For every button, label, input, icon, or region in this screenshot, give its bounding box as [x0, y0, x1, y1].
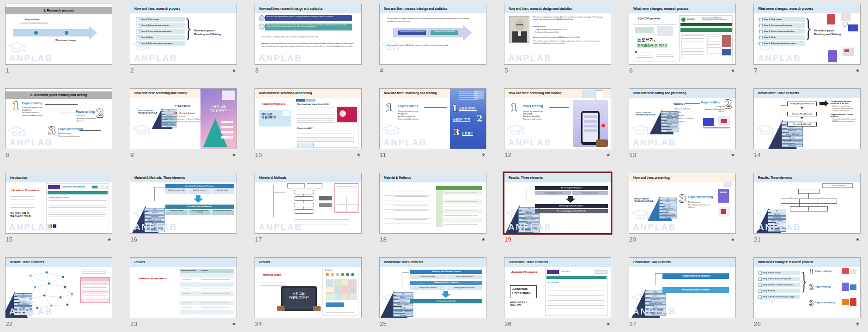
outline-number-graphic: 2: [477, 115, 483, 123]
structure-row: Results: [661, 123, 679, 126]
anplab-watermark: ANPLAB: [259, 53, 302, 63]
slide-thumbnail-22[interactable]: Results: Three elementsTitleAbstractIntr…: [5, 257, 112, 318]
link-box: [297, 143, 314, 147]
slide-thumbnail-5[interactable]: Now and then: research design and statis…: [504, 4, 611, 65]
slide-number: 25: [380, 320, 387, 327]
slide-thumbnail-28[interactable]: What never changes: research processStep…: [753, 257, 861, 318]
slide-thumbnail-17[interactable]: Material & MethodsANPLAB: [255, 173, 362, 234]
slide-thumbnail-10[interactable]: Now and then: searching and reading· Aca…: [255, 88, 362, 149]
tool-list: Mind the graph Poster presentations.com: [58, 132, 80, 137]
slide-thumbnail-23[interactable]: Results· Statistical abbreviationsStatis…: [130, 257, 237, 318]
slide-thumbnail-27[interactable]: Conclusion: Two elementsTitleAbstractInt…: [629, 257, 736, 318]
red-dot: [601, 124, 605, 127]
text-line-placeholder: [182, 312, 191, 312]
slide-number: 16: [130, 236, 137, 243]
slide-number-row: 11★: [379, 151, 486, 159]
image-detail: [721, 119, 727, 123]
step-icon: [759, 272, 762, 275]
slide-number: 27: [629, 320, 636, 327]
step-icon: [759, 36, 763, 39]
slide-number: 5: [504, 67, 508, 74]
conclusion-bar-outcomes: Restating research outcomes: [662, 273, 729, 279]
hand-graphic: [277, 306, 285, 311]
slide-thumbnail-9[interactable]: Now and then: searching and readingTitle…: [130, 88, 237, 149]
slide-thumbnail-11[interactable]: Now and then: searching and reading1Pape…: [379, 88, 486, 149]
slide-number: 9: [130, 151, 134, 158]
slide-thumbnail-26[interactable]: Discussion: Three elements· Academic Phr…: [504, 257, 611, 318]
awl-label: · Academic Words List: [261, 103, 285, 105]
slide-thumbnail-7[interactable]: What never changes: research processStep…: [753, 4, 861, 65]
slide-cell: Introduction: Three elementsTitleAbstrac…: [753, 88, 862, 162]
tree-root-box: [798, 189, 819, 194]
slide-thumbnail-19[interactable]: Results: Three elementsTitleAbstractIntr…: [504, 173, 611, 234]
text-line-placeholder: [182, 302, 191, 303]
slide-cell: Now and then: research design and statis…: [504, 4, 612, 78]
outline-number-graphic: 1: [510, 103, 518, 114]
paper-writing-heading: Paper writing: [701, 101, 720, 104]
connector-line: [695, 279, 695, 286]
steps-side-label: Research paper Reading and Writing: [814, 29, 841, 36]
step-row: Step 4: Write: [758, 289, 800, 293]
slide-thumbnail-24[interactable]: Results· Mind the graph논문 그림, 어떻게 그리나?Te…: [255, 257, 362, 318]
anplab-watermark: ANPLAB: [9, 222, 53, 232]
outline-number-graphic: 1: [452, 104, 458, 113]
slide-thumbnail-18[interactable]: Material & Methods: [379, 173, 486, 234]
stats-table-header: Statistical AbbreviationDefinition: [180, 269, 234, 273]
slide-thumbnail-1[interactable]: 1. Research processNow and then+ researc…: [5, 4, 112, 65]
label-design-statistics: + research design and statistics: [19, 22, 48, 24]
slide-thumbnail-4[interactable]: Now and then: research design and statis…: [379, 4, 486, 65]
phrasebank-label: · Academic Phrasebank: [11, 189, 39, 192]
slide-thumbnail-13[interactable]: Now and then: writing and presentingTitl…: [629, 88, 736, 149]
table-rule: [384, 223, 431, 223]
mini-table: [337, 204, 347, 211]
text-line-placeholder: [10, 202, 34, 202]
text-line-placeholder: [547, 298, 605, 298]
text-line-placeholder: [297, 122, 334, 123]
slide-thumbnail-8[interactable]: 2. Research paper reading and writing1Pa…: [5, 88, 112, 149]
slide-thumbnail-15[interactable]: Introduction· Academic Phrasebank영어 표현이 …: [5, 173, 112, 234]
stats-row: [180, 301, 234, 305]
text-line-placeholder: [10, 199, 34, 199]
text-line-placeholder: [201, 302, 230, 303]
text-line-placeholder: [297, 135, 354, 135]
step-label: Step 5: Edit and submit your paper: [764, 41, 796, 46]
outline-number-graphic: 3: [454, 128, 460, 137]
tree-line: [818, 203, 818, 206]
pink-table: [80, 277, 110, 303]
tree-leaf-box: [790, 206, 809, 211]
tool-list: Mind the graph Poster presentations.com …: [688, 201, 710, 209]
slide-title: Results: [255, 258, 361, 267]
structure-row: Title: [659, 198, 677, 200]
slide-number: 26: [504, 320, 511, 327]
step-icon: [759, 290, 762, 293]
slide-thumbnail-16[interactable]: Material & Methods: Three elementsTitleA…: [130, 173, 237, 234]
korean-item-search: 논문검색/정리: [459, 106, 477, 111]
site-tagline: Enhancing the QUAlity and Transparency O…: [702, 17, 732, 21]
slide-thumbnail-2[interactable]: Now and then: research processStep 1: Pi…: [130, 4, 237, 65]
text-line-placeholder: [444, 211, 478, 211]
image-thumbnail: [828, 50, 837, 62]
slide-thumbnail-12[interactable]: Now and then: searching and reading1Pape…: [504, 88, 611, 149]
slide-thumbnail-6[interactable]: What never changes: research process· EQ…: [629, 4, 736, 65]
bullet-text: The world of medical publishing has rapi…: [533, 40, 606, 44]
text-line-placeholder: [82, 270, 106, 270]
connector-line: [402, 272, 402, 287]
intro-flow-box: Providing Background Information: [787, 102, 817, 106]
slide-thumbnail-20[interactable]: Now and then: presentingTitleAbstractInt…: [629, 173, 736, 234]
fisher-name: Ronald Fisher: [533, 25, 546, 28]
slide-thumbnail-25[interactable]: Discussion: Three elementsTitleAbstractI…: [379, 257, 486, 318]
slide-cell: Results· Mind the graph논문 그림, 어떻게 그리나?Te…: [255, 257, 363, 331]
slide-thumbnail-14[interactable]: Introduction: Three elementsTitleAbstrac…: [753, 88, 861, 149]
poster-korean-title: 논문쓰기,: [637, 37, 655, 43]
text-line-placeholder: [656, 54, 674, 54]
green-row: [443, 209, 482, 213]
step-row: Step 2: Research and organize: [759, 23, 805, 28]
structure-row: Material & Method: [145, 218, 165, 221]
slide-title: What never changes: research process: [754, 4, 860, 13]
structure-row: Results: [393, 307, 413, 309]
text-line-placeholder: [49, 205, 106, 205]
mind-the-graph-label: · Mind the graph: [261, 273, 281, 276]
slide-thumbnail-21[interactable]: Results: Three elementsCONSORT flow diag…: [753, 173, 861, 234]
slide-thumbnail-3[interactable]: Now and then: research design and statis…: [255, 4, 362, 65]
text-line-placeholder: [49, 212, 106, 212]
